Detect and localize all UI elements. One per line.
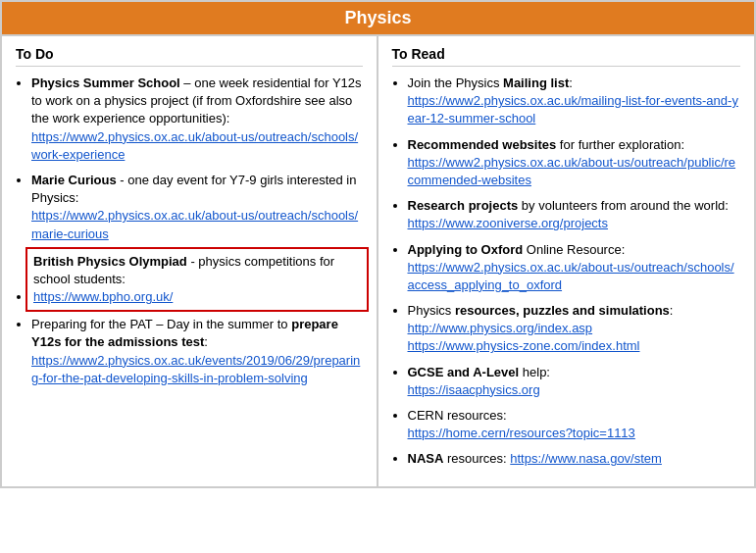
item-bold: Applying to Oxford (408, 242, 524, 257)
item-text: for further exploration: (560, 137, 684, 152)
list-item: Join the Physics Mailing list: https://w… (408, 75, 741, 128)
highlight-box: British Physics Olympiad - physics compe… (25, 247, 369, 313)
col-right: To Read Join the Physics Mailing list: h… (378, 36, 755, 486)
item-link[interactable]: http://www.physics.org/index.asp (408, 321, 593, 335)
item-bold: Recommended websites (408, 137, 557, 152)
item-text: Join the Physics Mailing list: (408, 75, 573, 90)
list-item: Marie Curious - one day event for Y7-9 g… (31, 172, 363, 243)
item-text: help: (523, 365, 550, 379)
item-link[interactable]: https://www2.physics.ox.ac.uk/about-us/o… (31, 208, 358, 240)
item-text: CERN resources: (408, 408, 507, 423)
todo-list: Physics Summer School – one week residen… (16, 75, 363, 387)
item-bold: Mailing list (503, 75, 569, 90)
col-left-header: To Do (16, 46, 363, 67)
col-left: To Do Physics Summer School – one week r… (2, 36, 378, 486)
item-link-2[interactable]: https://www.physics-zone.com/index.html (408, 338, 640, 353)
item-bold: GCSE and A-Level (408, 365, 520, 379)
list-item: GCSE and A-Level help: https://isaacphys… (408, 364, 741, 399)
item-bold: Physics Summer School (31, 75, 180, 90)
item-text: Physics resources, puzzles and simulatio… (408, 303, 674, 318)
content-grid: To Do Physics Summer School – one week r… (2, 34, 754, 486)
item-link[interactable]: https://www2.physics.ox.ac.uk/mailing-li… (408, 93, 738, 126)
toread-list: Join the Physics Mailing list: https://w… (392, 75, 741, 469)
item-link[interactable]: https://www2.physics.ox.ac.uk/about-us/o… (408, 260, 734, 292)
item-link[interactable]: https://www.zooniverse.org/projects (408, 216, 608, 230)
list-item: Recommended websites for further explora… (408, 136, 741, 190)
list-item: Physics Summer School – one week residen… (31, 75, 363, 164)
item-bold: resources, puzzles and simulations (455, 303, 670, 318)
list-item: Preparing for the PAT – Day in the summe… (31, 316, 363, 387)
page-title: Physics (2, 2, 754, 34)
item-link[interactable]: https://home.cern/resources?topic=1113 (408, 426, 635, 440)
item-bold: Marie Curious (31, 173, 117, 187)
item-bold: NASA (408, 451, 444, 466)
item-text: Preparing for the PAT – Day in the summe… (31, 317, 338, 349)
item-text: Online Resource: (527, 242, 625, 257)
item-link[interactable]: https://www.nasa.gov/stem (510, 451, 662, 466)
list-item: Research projects by volunteers from aro… (408, 197, 741, 232)
item-text: by volunteers from around the world: (522, 198, 729, 213)
list-item: CERN resources: https://home.cern/resour… (408, 407, 741, 442)
item-link[interactable]: https://www2.physics.ox.ac.uk/events/201… (31, 353, 360, 385)
item-link[interactable]: https://www2.physics.ox.ac.uk/about-us/o… (408, 155, 736, 187)
page-container: Physics To Do Physics Summer School – on… (0, 0, 756, 488)
item-bold: British Physics Olympiad (33, 254, 187, 269)
list-item: Physics resources, puzzles and simulatio… (408, 302, 741, 356)
item-link[interactable]: https://isaacphysics.org (408, 382, 540, 397)
col-right-header: To Read (392, 46, 741, 67)
item-bold: Research projects (408, 198, 519, 213)
item-link[interactable]: https://www2.physics.ox.ac.uk/about-us/o… (31, 129, 358, 162)
item-bold: prepare Y12s for the admissions test (31, 317, 338, 349)
item-link[interactable]: https://www.bpho.org.uk/ (33, 289, 173, 304)
list-item: NASA resources: https://www.nasa.gov/ste… (408, 450, 741, 468)
list-item-highlighted: British Physics Olympiad - physics compe… (31, 251, 363, 309)
list-item: Applying to Oxford Online Resource: http… (408, 241, 741, 295)
item-text: resources: (447, 451, 510, 466)
